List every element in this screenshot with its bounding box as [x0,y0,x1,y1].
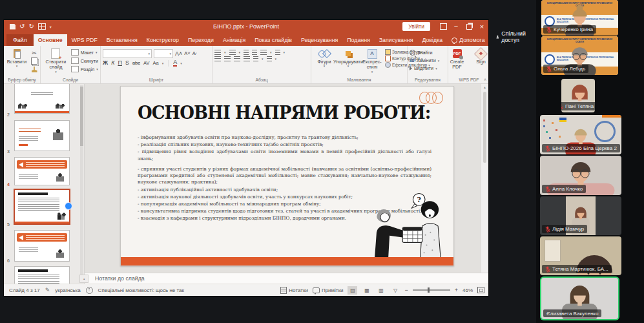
thumbnail-scrollbar[interactable] [80,85,83,275]
notes-placeholder[interactable]: Нотатки до слайда [85,275,145,282]
section-button[interactable]: Розділ▾ [71,66,98,72]
tab-wps-pdf[interactable]: WPS PDF [67,34,102,46]
notes-pane[interactable]: ▪ Нотатки до слайда [85,273,488,284]
clear-formatting-button[interactable]: A̷ [192,51,196,56]
ribbon-display-options-icon[interactable] [437,20,450,33]
participant-tile[interactable]: Алла Клочко [540,156,621,195]
minimize-button[interactable]: − [450,20,462,33]
zoom-slider[interactable] [413,289,450,291]
sign-in-button[interactable]: Увійти [402,22,430,31]
ink-pen-icon[interactable]: ✎ [45,287,50,293]
save-icon[interactable] [10,24,16,30]
normal-view-button[interactable]: ▤ [348,286,357,295]
participant-tile[interactable]: Пані Тетяна [561,79,595,112]
start-slideshow-icon[interactable] [38,23,46,30]
tab-конструктор[interactable]: Конструктор [142,34,183,46]
text-direction-button[interactable] [275,50,280,55]
strikethrough-button[interactable]: abc [132,61,140,66]
zoom-in-button[interactable]: + [455,287,458,293]
arrange-button[interactable]: Упорядкувати▾ [337,48,359,69]
font-color-button[interactable]: А [173,59,177,67]
find-button[interactable]: Знайти [410,50,439,56]
participant-tile[interactable]: БІНПО-2026 Біла Церква 2 [540,115,621,154]
cut-button[interactable]: ✂ [30,49,39,56]
tab-подання[interactable]: Подання [342,34,375,46]
tab-допомога[interactable]: Допомога [447,34,489,46]
slide-sorter-view-button[interactable]: ▦ [362,286,371,295]
notes-toggle-button[interactable]: Нотатки [280,287,308,294]
redo-icon[interactable]: ↻ [28,23,34,30]
font-size-select[interactable]: ▾ [154,49,173,58]
select-button[interactable]: Виділити▾ [410,65,439,71]
italic-button[interactable]: К [111,60,114,66]
smartart-convert-button[interactable] [267,56,272,61]
reset-button[interactable]: Скинути [71,57,98,64]
tab-анімація[interactable]: Анімація [218,34,250,46]
align-center-button[interactable] [224,56,231,61]
fit-slide-button[interactable] [477,287,484,293]
shapes-button[interactable]: Фігури▾ [313,48,335,69]
replace-button[interactable]: abЗамінити▾ [410,57,439,63]
font-name-select[interactable]: ▾ [103,49,152,58]
comments-toggle-button[interactable]: Примітки [313,287,344,293]
tab-переходи[interactable]: Переходи [183,34,218,46]
undo-icon[interactable]: ↺ [19,23,25,30]
reading-view-button[interactable]: ▥ [376,286,386,295]
line-spacing-button[interactable] [260,50,267,55]
tab-записування[interactable]: Записування [375,34,418,46]
thumbnail-row: 3 [4,148,84,184]
align-right-button[interactable] [234,56,240,61]
participant-tile[interactable]: БІЛОЦЕРКІВСЬКИЙ ІНСТИТУТ НЕПЕРЕРВНОЇ ПРО… [541,36,618,75]
splitter-handle[interactable]: ▪ [79,275,88,283]
slideshow-view-button[interactable]: ▽ [390,286,400,295]
underline-button[interactable]: П [118,60,121,66]
text-shadow-button[interactable]: S [125,60,129,66]
canvas-scrollbar[interactable]: ▲ [481,84,488,273]
zoom-level[interactable]: 46% [462,287,473,293]
slide-thumbnail-2[interactable] [14,120,70,151]
justify-button[interactable] [244,56,250,61]
person-icon [496,34,499,39]
increase-indent-button[interactable] [252,50,257,55]
decrease-indent-button[interactable] [244,50,249,55]
sign-button[interactable]: Sign [470,48,492,65]
layout-button[interactable]: Макет▾ [71,49,98,56]
tab-показ-слайдів[interactable]: Показ слайдів [250,34,296,46]
tab-основне[interactable]: Основне [34,34,67,46]
format-painter-button[interactable] [30,66,39,73]
shrink-font-button[interactable]: A˅ [184,51,190,56]
character-spacing-button[interactable]: AV [143,61,149,66]
quick-styles-button[interactable]: A Експрес-стилі▾ [361,48,383,74]
new-slide-button[interactable]: Створити слайд▾ [43,48,69,74]
restore-button[interactable] [462,20,475,33]
tab-довідка[interactable]: Довідка [417,34,447,46]
slide[interactable]: ОСНОВНІ НАПРЯМИ РОБОТИ: - інформування з… [120,86,454,266]
align-left-button[interactable] [214,56,221,61]
language-indicator[interactable]: українська [55,287,80,293]
tab-file[interactable]: Файл [6,34,34,46]
slide-thumbnail-6[interactable] [14,266,70,284]
participant-tile[interactable]: БІЛОЦЕРКІВСЬКИЙ ІНСТИТУТ НЕПЕРЕРВНОЇ ПРО… [541,0,618,36]
slide-thumbnail-4[interactable] [14,189,70,225]
close-button[interactable]: × [475,20,488,33]
participant-tile[interactable]: Лідія Мамчур [540,196,621,235]
grow-font-button[interactable]: A˄ [175,51,182,57]
participant-tile[interactable]: Тетяна Мартинюк, БА... [540,236,621,275]
change-case-button[interactable]: Aa [152,61,158,66]
qat-customize-icon[interactable]: ▾ [50,25,52,29]
numbering-button[interactable] [229,50,236,55]
tab-вставлення[interactable]: Вставлення [102,34,142,46]
tab-рецензування[interactable]: Рецензування [296,34,342,46]
create-pdf-button[interactable]: PDF Create PDF [446,48,468,71]
paste-button[interactable]: Вставити▾ [6,48,28,69]
participant-tile[interactable]: Єлизавета Вакуленко [541,278,618,319]
copy-button[interactable] [30,57,39,65]
collapse-ribbon-icon[interactable]: ˄ [484,78,486,82]
bold-button[interactable]: Ж [103,60,108,66]
bullets-button[interactable] [214,50,221,55]
columns-button[interactable] [253,56,258,61]
share-button[interactable]: Спільний доступ [490,30,534,46]
zoom-out-button[interactable]: − [404,287,408,293]
accessibility-status[interactable]: Спеціальні можливості: щось не так [98,287,184,293]
slide-thumbnail-1[interactable] [14,84,70,114]
